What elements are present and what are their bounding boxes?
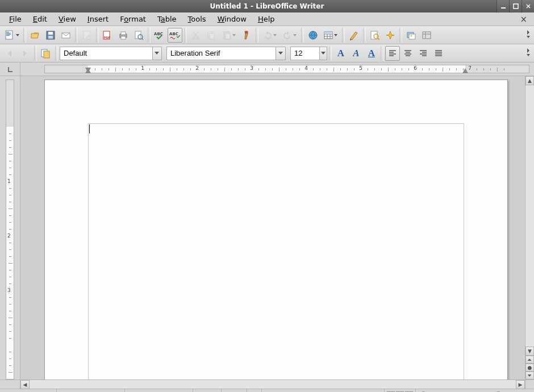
- new-document-button[interactable]: [2, 28, 22, 43]
- status-signature[interactable]: [247, 389, 262, 392]
- email-button[interactable]: [59, 28, 73, 43]
- nav-forward-button[interactable]: [18, 46, 32, 61]
- align-justify-button[interactable]: [431, 46, 446, 61]
- cut-button[interactable]: [189, 28, 203, 43]
- copy-button[interactable]: [204, 28, 219, 43]
- separator: [363, 28, 366, 43]
- svg-rect-1: [514, 4, 518, 9]
- paragraph-style-combo[interactable]: [60, 47, 162, 60]
- export-pdf-button[interactable]: PDF: [101, 28, 115, 43]
- scroll-up-button[interactable]: ▲: [525, 76, 534, 85]
- vertical-scrollbar[interactable]: ▲ ▼ ⏶ ● ⏷: [525, 76, 534, 380]
- svg-rect-17: [121, 32, 126, 35]
- status-zoom[interactable]: 100%: [506, 389, 534, 392]
- statusbar: Page 1 / 1 Default English (USA) INSRT S…: [0, 389, 534, 392]
- horizontal-scrollbar[interactable]: ◀ ▶: [20, 380, 525, 389]
- scroll-right-button[interactable]: ▶: [516, 380, 525, 389]
- nav-back-button[interactable]: [2, 46, 17, 61]
- data-sources-button[interactable]: [419, 28, 434, 43]
- edit-file-button[interactable]: [80, 28, 94, 43]
- gallery-button[interactable]: [404, 28, 419, 43]
- menu-format[interactable]: Format: [114, 14, 152, 24]
- save-button[interactable]: [43, 28, 58, 43]
- italic-button[interactable]: A: [349, 46, 364, 61]
- paragraph-style-dropdown-button[interactable]: [152, 47, 161, 60]
- hyperlink-button[interactable]: [306, 28, 320, 43]
- menu-file[interactable]: File: [3, 14, 27, 24]
- format-paintbrush-button[interactable]: [239, 28, 254, 43]
- font-size-input[interactable]: [291, 49, 319, 57]
- close-button[interactable]: [522, 0, 534, 12]
- toolbar-overflow-button[interactable]: [525, 28, 532, 43]
- insert-table-button[interactable]: [321, 28, 340, 43]
- undo-button[interactable]: [260, 28, 279, 43]
- document-viewport[interactable]: [20, 76, 525, 380]
- maximize-button[interactable]: [509, 0, 522, 12]
- spellcheck-button[interactable]: ABC: [152, 28, 167, 43]
- svg-rect-0: [501, 7, 506, 9]
- font-name-input[interactable]: [167, 49, 276, 57]
- open-button[interactable]: [28, 28, 43, 43]
- svg-text:ABC: ABC: [169, 32, 178, 36]
- navigation-buttons: ⏶ ● ⏷: [525, 356, 534, 380]
- menu-edit[interactable]: Edit: [27, 14, 53, 24]
- print-preview-button[interactable]: [131, 28, 146, 43]
- menu-window[interactable]: Window: [212, 14, 252, 24]
- align-right-button[interactable]: [416, 46, 431, 61]
- status-language[interactable]: English (USA): [125, 389, 193, 392]
- view-layout-buttons: [385, 389, 416, 392]
- scroll-down-button[interactable]: ▼: [525, 347, 534, 356]
- minimize-button[interactable]: [497, 0, 509, 12]
- separator: [23, 28, 26, 43]
- navigator-button[interactable]: [383, 28, 398, 43]
- styles-formatting-button[interactable]: [39, 46, 53, 61]
- status-insert-mode[interactable]: INSRT: [193, 389, 222, 392]
- menu-tools[interactable]: Tools: [182, 14, 212, 24]
- status-selection-mode[interactable]: STD: [222, 389, 247, 392]
- status-page[interactable]: Page 1 / 1: [0, 389, 57, 392]
- svg-rect-6: [6, 33, 11, 34]
- underline-button[interactable]: A: [364, 46, 379, 61]
- print-button[interactable]: [116, 28, 131, 43]
- separator: [399, 28, 402, 43]
- bold-button[interactable]: A: [333, 46, 348, 61]
- status-page-style[interactable]: Default: [57, 389, 125, 392]
- redo-button[interactable]: [280, 28, 299, 43]
- svg-rect-32: [226, 34, 230, 39]
- find-replace-button[interactable]: [368, 28, 382, 43]
- menu-view[interactable]: View: [53, 14, 82, 24]
- separator: [55, 46, 58, 61]
- menu-help[interactable]: Help: [252, 14, 281, 24]
- next-page-button[interactable]: ⏷: [525, 372, 534, 380]
- hscroll-corner: [0, 380, 20, 389]
- close-document-button[interactable]: ×: [516, 14, 531, 24]
- previous-page-button[interactable]: ⏶: [525, 356, 534, 364]
- vertical-ruler[interactable]: 123: [6, 80, 14, 380]
- navigation-target-button[interactable]: ●: [525, 364, 534, 372]
- separator: [75, 28, 78, 43]
- status-info: [262, 389, 385, 392]
- tab-stop-type-button[interactable]: [0, 62, 20, 76]
- align-center-button[interactable]: [400, 46, 415, 61]
- menu-insert[interactable]: Insert: [82, 14, 114, 24]
- hscroll-track[interactable]: [30, 380, 516, 389]
- menu-table[interactable]: Table: [152, 14, 182, 24]
- toolbar-overflow-button[interactable]: [525, 46, 532, 61]
- horizontal-ruler[interactable]: 1234567: [20, 62, 534, 76]
- auto-spellcheck-button[interactable]: ABC: [168, 28, 182, 43]
- svg-rect-48: [423, 32, 431, 39]
- text-body-frame: [88, 123, 464, 380]
- svg-rect-18: [121, 36, 126, 39]
- paragraph-style-input[interactable]: [60, 49, 152, 57]
- vscroll-track[interactable]: [525, 85, 534, 347]
- font-name-dropdown-button[interactable]: [276, 47, 285, 60]
- separator: [381, 46, 383, 61]
- scroll-left-button[interactable]: ◀: [20, 380, 30, 389]
- font-size-dropdown-button[interactable]: [319, 47, 327, 60]
- font-size-combo[interactable]: [290, 47, 327, 60]
- align-left-button[interactable]: [385, 46, 400, 61]
- font-name-combo[interactable]: [166, 47, 286, 60]
- show-draw-functions-button[interactable]: [347, 28, 361, 43]
- paste-button[interactable]: [219, 28, 239, 43]
- hscroll-right-corner: [525, 380, 534, 389]
